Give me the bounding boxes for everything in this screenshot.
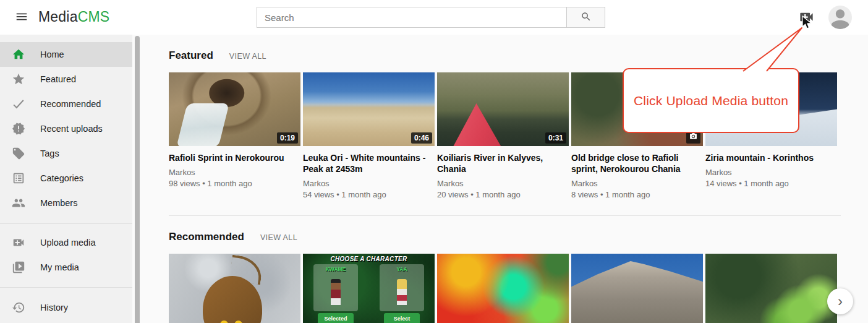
- sidebar-item-recommended[interactable]: Recommended: [0, 92, 132, 116]
- media-card: 0:19 Rafioli Sprint in Nerokourou Markos…: [169, 72, 300, 188]
- new-releases-icon: [12, 122, 25, 136]
- history-icon: [12, 301, 25, 314]
- game-screen-title: CHOOSE A CHARACTER: [303, 256, 435, 262]
- logo-media: Media: [38, 9, 78, 25]
- search-bar: [257, 7, 605, 28]
- hamburger-icon: [15, 10, 28, 25]
- duration-badge: 0:31: [545, 132, 566, 144]
- media-title[interactable]: Koiliaris River in Kalyves, Chania: [437, 152, 569, 174]
- video-thumbnail[interactable]: [169, 254, 300, 323]
- annotation-tooltip: Click Upload Media button: [623, 68, 799, 133]
- media-meta: 14 views • 1 month ago: [705, 179, 837, 188]
- video-thumbnail[interactable]: CHOOSE A CHARACTER KWAME YAA Selected Se…: [303, 254, 435, 323]
- video-thumbnail[interactable]: [571, 254, 703, 323]
- sidebar-item-label: My media: [40, 262, 79, 272]
- recommended-section: Recommended VIEW ALL CHOOSE A CHARACTER …: [169, 231, 868, 323]
- media-meta: 98 views • 1 month ago: [169, 179, 300, 188]
- sidebar-item-label: Featured: [40, 74, 76, 84]
- user-avatar[interactable]: [828, 6, 852, 29]
- selected-button: Selected: [318, 313, 354, 323]
- video-thumbnail[interactable]: 0:19: [169, 72, 300, 146]
- search-input[interactable]: [257, 7, 567, 28]
- sidebar-item-label: History: [40, 303, 68, 312]
- sidebar-item-tags[interactable]: Tags: [0, 141, 132, 166]
- upload-media-button[interactable]: [796, 8, 816, 28]
- recommended-cards-row: CHOOSE A CHARACTER KWAME YAA Selected Se…: [169, 254, 868, 323]
- upload-media-icon: [798, 18, 815, 27]
- section-title: Featured: [169, 50, 213, 62]
- sidebar-item-categories[interactable]: Categories: [0, 166, 132, 191]
- media-author[interactable]: Markos: [437, 179, 569, 188]
- carousel-next-button[interactable]: ›: [827, 288, 853, 314]
- sidebar-item-label: Recommended: [40, 99, 101, 109]
- sidebar-item-my-media[interactable]: My media: [0, 255, 132, 280]
- chevron-right-icon: ›: [838, 293, 843, 309]
- character-name: YAA: [380, 266, 424, 272]
- sidebar-item-history[interactable]: History: [0, 295, 132, 320]
- search-icon: [581, 11, 592, 24]
- character-panel: YAA: [380, 264, 424, 311]
- mediacms-logo[interactable]: MediaCMS: [38, 9, 109, 25]
- duration-badge: 0:27: [814, 132, 835, 144]
- sidebar-divider: [0, 223, 132, 224]
- media-title[interactable]: Ziria mountain - Korinthos: [705, 152, 837, 163]
- sidebar-item-label: Recent uploads: [40, 124, 103, 134]
- media-title[interactable]: Rafioli Sprint in Nerokourou: [169, 152, 300, 163]
- sidebar-item-label: Tags: [40, 149, 59, 158]
- video-thumbnail[interactable]: 0:46: [303, 72, 435, 146]
- sidebar-item-home[interactable]: Home: [0, 42, 132, 67]
- sidebar-item-recent-uploads[interactable]: Recent uploads: [0, 116, 132, 141]
- media-card: 0:31 Koiliaris River in Kalyves, Chania …: [437, 72, 569, 199]
- annotation-text: Click Upload Media button: [634, 93, 788, 108]
- sidebar-item-label: Categories: [40, 173, 83, 183]
- media-author[interactable]: Markos: [571, 179, 703, 188]
- sidebar-item-upload-media[interactable]: Upload media: [0, 230, 132, 255]
- featured-view-all-link[interactable]: VIEW ALL: [229, 52, 266, 61]
- members-icon: [12, 196, 25, 210]
- sidebar: Home Featured Recommended Recent uploads…: [0, 35, 132, 323]
- recommended-view-all-link[interactable]: VIEW ALL: [260, 233, 297, 242]
- media-author[interactable]: Markos: [169, 168, 300, 177]
- sidebar-item-label: Home: [40, 50, 64, 59]
- section-divider: [169, 215, 841, 216]
- media-meta: 20 views • 1 month ago: [437, 190, 569, 199]
- media-author[interactable]: Markos: [705, 168, 837, 177]
- sidebar-item-label: Upload media: [40, 238, 95, 248]
- media-card: [571, 254, 703, 323]
- my-media-icon: [12, 261, 25, 274]
- video-thumbnail[interactable]: [705, 254, 837, 323]
- menu-button[interactable]: [9, 4, 35, 30]
- sidebar-divider: [0, 287, 132, 288]
- media-meta: 54 views • 1 month ago: [303, 190, 435, 199]
- star-icon: [12, 72, 25, 86]
- character-name: KWAME: [313, 266, 358, 272]
- section-title: Recommended: [169, 231, 244, 243]
- duration-badge: 0:19: [277, 132, 298, 144]
- video-thumbnail[interactable]: 0:31: [437, 72, 569, 146]
- sidebar-item-featured[interactable]: Featured: [0, 67, 132, 92]
- upload-media-icon: [12, 236, 25, 249]
- sidebar-item-members[interactable]: Members: [0, 191, 132, 215]
- media-title[interactable]: Leuka Ori - White mountains - Peak at 24…: [303, 152, 435, 174]
- search-button[interactable]: [566, 7, 605, 28]
- logo-cms: CMS: [78, 9, 110, 25]
- character-sprite: [397, 279, 407, 305]
- media-card: [437, 254, 569, 323]
- character-panel: KWAME: [313, 264, 358, 311]
- media-card: 0:46 Leuka Ori - White mountains - Peak …: [303, 72, 435, 199]
- media-meta: 8 views • 1 month ago: [571, 190, 703, 199]
- media-title[interactable]: Old bridge close to Rafioli sprint, Nero…: [571, 152, 703, 174]
- sidebar-scrollbar[interactable]: [135, 36, 140, 323]
- media-card: CHOOSE A CHARACTER KWAME YAA Selected Se…: [303, 254, 435, 323]
- person-icon: [828, 20, 852, 29]
- home-icon: [12, 48, 25, 61]
- tag-icon: [12, 147, 25, 160]
- media-card: [169, 254, 300, 323]
- video-thumbnail[interactable]: [437, 254, 569, 323]
- check-icon: [12, 97, 25, 111]
- sidebar-item-label: Members: [40, 198, 77, 208]
- categories-icon: [12, 171, 25, 185]
- media-author[interactable]: Markos: [303, 179, 435, 188]
- duration-badge: 0:46: [411, 132, 432, 144]
- select-button: Select: [384, 313, 420, 323]
